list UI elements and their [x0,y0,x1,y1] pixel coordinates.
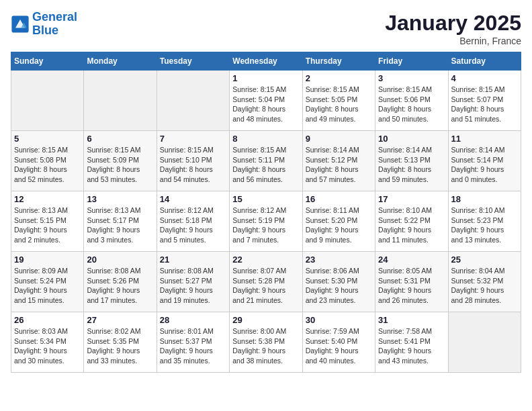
calendar-cell: 2Sunrise: 8:15 AM Sunset: 5:05 PM Daylig… [302,71,375,131]
calendar-cell: 21Sunrise: 8:08 AM Sunset: 5:27 PM Dayli… [157,252,229,312]
day-number: 22 [232,255,299,265]
day-number: 25 [451,255,518,265]
day-info: Sunrise: 8:12 AM Sunset: 5:18 PM Dayligh… [160,205,226,245]
day-info: Sunrise: 8:08 AM Sunset: 5:26 PM Dayligh… [87,266,153,306]
calendar-cell: 26Sunrise: 8:03 AM Sunset: 5:34 PM Dayli… [11,312,84,373]
day-number: 27 [87,315,153,325]
day-number: 11 [451,134,518,144]
day-number: 19 [14,255,81,265]
day-number: 14 [160,194,226,204]
day-info: Sunrise: 8:07 AM Sunset: 5:28 PM Dayligh… [232,266,299,306]
day-info: Sunrise: 8:05 AM Sunset: 5:31 PM Dayligh… [378,266,445,306]
calendar-cell: 20Sunrise: 8:08 AM Sunset: 5:26 PM Dayli… [84,252,157,312]
day-info: Sunrise: 8:15 AM Sunset: 5:07 PM Dayligh… [451,85,518,124]
day-number: 23 [306,255,372,265]
day-info: Sunrise: 7:58 AM Sunset: 5:41 PM Dayligh… [378,326,445,366]
day-number: 29 [232,315,299,325]
calendar-cell: 17Sunrise: 8:10 AM Sunset: 5:22 PM Dayli… [375,191,448,252]
day-info: Sunrise: 8:15 AM Sunset: 5:09 PM Dayligh… [87,145,153,185]
day-info: Sunrise: 8:13 AM Sunset: 5:17 PM Dayligh… [87,205,153,245]
calendar-cell: 1Sunrise: 8:15 AM Sunset: 5:04 PM Daylig… [230,71,302,131]
calendar-cell: 4Sunrise: 8:15 AM Sunset: 5:07 PM Daylig… [448,71,521,131]
day-info: Sunrise: 8:14 AM Sunset: 5:12 PM Dayligh… [306,145,372,185]
calendar-cell: 10Sunrise: 8:14 AM Sunset: 5:13 PM Dayli… [375,131,448,191]
title-block: January 2025 Bernin, France [385,11,521,46]
logo-icon [11,15,30,34]
calendar-cell: 14Sunrise: 8:12 AM Sunset: 5:18 PM Dayli… [157,191,229,252]
day-number: 17 [378,194,445,204]
day-info: Sunrise: 8:15 AM Sunset: 5:08 PM Dayligh… [14,145,81,185]
calendar-cell: 31Sunrise: 7:58 AM Sunset: 5:41 PM Dayli… [375,312,448,373]
day-info: Sunrise: 8:03 AM Sunset: 5:34 PM Dayligh… [14,326,81,366]
day-number: 8 [232,134,299,144]
day-number: 31 [378,315,445,325]
logo: General Blue [11,11,77,38]
day-number: 5 [14,134,81,144]
day-header-thursday: Thursday [302,52,375,71]
day-number: 12 [14,194,81,204]
day-info: Sunrise: 8:15 AM Sunset: 5:10 PM Dayligh… [160,145,226,185]
logo-text: General Blue [32,11,77,38]
calendar-cell: 12Sunrise: 8:13 AM Sunset: 5:15 PM Dayli… [11,191,84,252]
calendar-cell: 7Sunrise: 8:15 AM Sunset: 5:10 PM Daylig… [157,131,229,191]
day-info: Sunrise: 8:15 AM Sunset: 5:05 PM Dayligh… [306,85,372,124]
calendar-body: 1Sunrise: 8:15 AM Sunset: 5:04 PM Daylig… [11,71,521,373]
calendar-cell: 11Sunrise: 8:14 AM Sunset: 5:14 PM Dayli… [448,131,521,191]
day-number: 10 [378,134,445,144]
calendar-cell: 3Sunrise: 8:15 AM Sunset: 5:06 PM Daylig… [375,71,448,131]
calendar-table: SundayMondayTuesdayWednesdayThursdayFrid… [11,52,521,373]
calendar-cell [11,71,84,131]
day-header-wednesday: Wednesday [230,52,302,71]
calendar-cell [157,71,229,131]
day-info: Sunrise: 8:15 AM Sunset: 5:04 PM Dayligh… [232,85,299,124]
day-number: 24 [378,255,445,265]
calendar-week-row: 5Sunrise: 8:15 AM Sunset: 5:08 PM Daylig… [11,131,521,191]
day-number: 1 [232,73,299,83]
day-header-saturday: Saturday [448,52,521,71]
calendar-cell [448,312,521,373]
location-subtitle: Bernin, France [385,36,521,46]
day-info: Sunrise: 7:59 AM Sunset: 5:40 PM Dayligh… [306,326,372,366]
day-number: 16 [306,194,372,204]
day-header-sunday: Sunday [11,52,84,71]
calendar-header-row: SundayMondayTuesdayWednesdayThursdayFrid… [11,52,521,71]
day-info: Sunrise: 8:02 AM Sunset: 5:35 PM Dayligh… [87,326,153,366]
day-header-monday: Monday [84,52,157,71]
calendar-cell: 28Sunrise: 8:01 AM Sunset: 5:37 PM Dayli… [157,312,229,373]
calendar-week-row: 12Sunrise: 8:13 AM Sunset: 5:15 PM Dayli… [11,191,521,252]
day-number: 13 [87,194,153,204]
day-info: Sunrise: 8:06 AM Sunset: 5:30 PM Dayligh… [306,266,372,306]
day-number: 26 [14,315,81,325]
calendar-cell: 6Sunrise: 8:15 AM Sunset: 5:09 PM Daylig… [84,131,157,191]
day-number: 9 [306,134,372,144]
day-info: Sunrise: 8:10 AM Sunset: 5:22 PM Dayligh… [378,205,445,245]
calendar-cell: 30Sunrise: 7:59 AM Sunset: 5:40 PM Dayli… [302,312,375,373]
calendar-cell: 9Sunrise: 8:14 AM Sunset: 5:12 PM Daylig… [302,131,375,191]
logo-line1: General [32,10,77,24]
day-number: 28 [160,315,226,325]
calendar-cell: 18Sunrise: 8:10 AM Sunset: 5:23 PM Dayli… [448,191,521,252]
day-info: Sunrise: 8:13 AM Sunset: 5:15 PM Dayligh… [14,205,81,245]
calendar-cell: 5Sunrise: 8:15 AM Sunset: 5:08 PM Daylig… [11,131,84,191]
calendar-cell: 13Sunrise: 8:13 AM Sunset: 5:17 PM Dayli… [84,191,157,252]
page-header: General Blue January 2025 Bernin, France [11,11,521,46]
day-number: 20 [87,255,153,265]
day-info: Sunrise: 8:08 AM Sunset: 5:27 PM Dayligh… [160,266,226,306]
day-number: 18 [451,194,518,204]
day-number: 2 [306,73,372,83]
calendar-cell: 23Sunrise: 8:06 AM Sunset: 5:30 PM Dayli… [302,252,375,312]
calendar-cell: 25Sunrise: 8:04 AM Sunset: 5:32 PM Dayli… [448,252,521,312]
day-number: 21 [160,255,226,265]
calendar-cell: 8Sunrise: 8:15 AM Sunset: 5:11 PM Daylig… [230,131,302,191]
calendar-week-row: 1Sunrise: 8:15 AM Sunset: 5:04 PM Daylig… [11,71,521,131]
day-number: 7 [160,134,226,144]
day-info: Sunrise: 8:14 AM Sunset: 5:14 PM Dayligh… [451,145,518,185]
day-info: Sunrise: 8:10 AM Sunset: 5:23 PM Dayligh… [451,205,518,245]
calendar-cell [84,71,157,131]
calendar-cell: 24Sunrise: 8:05 AM Sunset: 5:31 PM Dayli… [375,252,448,312]
logo-line2: Blue [32,24,58,37]
day-info: Sunrise: 8:04 AM Sunset: 5:32 PM Dayligh… [451,266,518,306]
calendar-week-row: 26Sunrise: 8:03 AM Sunset: 5:34 PM Dayli… [11,312,521,373]
calendar-cell: 22Sunrise: 8:07 AM Sunset: 5:28 PM Dayli… [230,252,302,312]
day-header-friday: Friday [375,52,448,71]
